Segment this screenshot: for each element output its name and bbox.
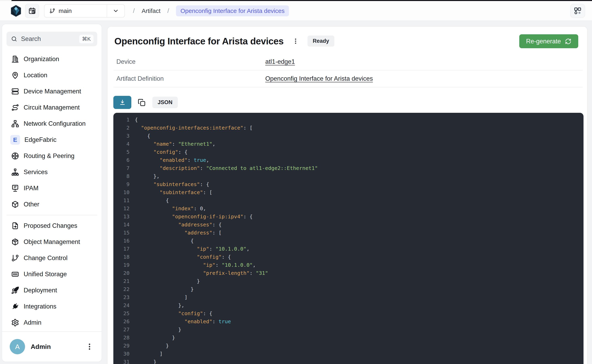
device-link[interactable]: atl1-edge1 <box>265 58 295 65</box>
artifact-definition-link[interactable]: Openconfig Interface for Arista devices <box>265 75 373 82</box>
sidebar-item-label: Unified Storage <box>24 271 67 278</box>
copy-button[interactable] <box>137 98 146 107</box>
line-number: 5 <box>113 148 129 156</box>
workflow-apps-button[interactable] <box>570 4 585 18</box>
sidebar-item-change-control[interactable]: Change Control <box>2 250 102 266</box>
sidebar-item-integrations[interactable]: Integrations <box>2 299 102 315</box>
sidebar-item-circuit-management[interactable]: Circuit Management <box>2 99 102 116</box>
logo-icon <box>11 5 21 17</box>
hierarchy-icon <box>11 168 19 176</box>
sidebar-divider <box>7 215 97 215</box>
sidebar-item-label: Circuit Management <box>24 104 80 111</box>
app-window: main / Artifact / Openconfig Interface f… <box>0 0 592 364</box>
code-line: 13 "openconfig-if-ip:ipv4": { <box>113 213 584 221</box>
line-number: 18 <box>113 253 129 261</box>
calendar-button[interactable] <box>25 4 39 18</box>
sidebar-item-label: Routing & Peering <box>24 152 74 160</box>
line-number: 29 <box>113 342 129 350</box>
building-icon <box>11 55 19 63</box>
code-line: 28 } <box>113 333 584 342</box>
line-number: 11 <box>113 196 129 204</box>
sidebar-item-location[interactable]: Location <box>2 67 102 83</box>
sidebar-item-label: IPAM <box>24 185 39 192</box>
sidebar-item-network-configuration[interactable]: Network Configuration <box>2 116 102 132</box>
sidebar-item-label: EdgeFabric <box>24 136 57 143</box>
code-line: 10 "subinterface": [ <box>113 188 584 196</box>
code-line: 14 "addresses": { <box>113 221 584 229</box>
format-badge: JSON <box>152 97 178 108</box>
sidebar-item-label: Organization <box>24 55 59 63</box>
branch-name: main <box>59 7 72 14</box>
code-line: 24 }, <box>113 301 584 309</box>
line-number: 10 <box>113 188 129 196</box>
line-number: 4 <box>113 140 129 148</box>
calendar-clock-icon <box>28 7 36 15</box>
line-number: 19 <box>113 261 129 269</box>
code-block[interactable]: 1{2 "openconfig-interfaces:interface": [… <box>113 113 584 364</box>
search-shortcut: ⌘K <box>79 35 94 43</box>
network-icon <box>11 120 19 128</box>
sidebar-item-routing-peering[interactable]: Routing & Peering <box>2 148 102 164</box>
search-input[interactable]: Search ⌘K <box>7 32 97 46</box>
router-icon <box>11 152 19 160</box>
sidebar-item-label: Proposed Changes <box>24 222 77 229</box>
app-logo[interactable] <box>11 5 21 17</box>
user-kebab-icon[interactable] <box>86 342 94 351</box>
line-number: 26 <box>113 317 129 325</box>
sidebar-item-ipam[interactable]: IPIPAM <box>2 180 102 196</box>
line-number: 21 <box>113 277 129 285</box>
sidebar-item-services[interactable]: Services <box>2 164 102 180</box>
code-line: 31 } <box>113 358 584 364</box>
code-line: 18 "config": { <box>113 253 584 261</box>
svg-text:IP: IP <box>14 185 16 189</box>
branch-selector[interactable]: main <box>44 4 125 18</box>
breadcrumb-parent[interactable]: Artifact <box>142 7 161 14</box>
sidebar-item-other[interactable]: Other <box>2 196 102 213</box>
code-line: 27 } <box>113 325 584 333</box>
title-kebab-icon[interactable] <box>292 37 299 45</box>
fields-table: Device atl1-edge1 Artifact Definition Op… <box>114 53 583 87</box>
user-menu[interactable]: A Admin <box>2 331 102 362</box>
sidebar-item-label: Change Control <box>24 254 67 262</box>
branch-selector-caret[interactable] <box>107 5 124 17</box>
regenerate-button[interactable]: Re-generate <box>519 34 578 48</box>
sidebar-item-label: Location <box>24 72 47 79</box>
line-number: 12 <box>113 204 129 213</box>
sidebar-item-edgefabric[interactable]: EEdgeFabric <box>2 132 102 148</box>
line-number: 25 <box>113 309 129 317</box>
line-number: 31 <box>113 358 129 364</box>
download-button[interactable] <box>113 96 131 109</box>
sidebar-item-object-management[interactable]: Object Management <box>2 234 102 250</box>
sidebar-item-deployment[interactable]: Deployment <box>2 282 102 299</box>
main-panel: Openconfig Interface for Arista devices … <box>107 26 588 364</box>
sidebar-item-label: Admin <box>24 319 41 326</box>
ipam-icon: IP <box>11 184 19 192</box>
sidebar-item-admin[interactable]: Admin <box>2 315 102 331</box>
sidebar-item-unified-storage[interactable]: Unified Storage <box>2 266 102 282</box>
plug-icon <box>11 302 19 311</box>
field-label: Device <box>114 58 265 65</box>
line-number: 28 <box>113 333 129 342</box>
field-row-device: Device atl1-edge1 <box>114 53 583 71</box>
code-line: 4 "name": "Ethernet1", <box>113 140 584 148</box>
server-icon <box>11 87 19 95</box>
branch-selector-value: main <box>44 5 107 17</box>
sidebar-item-proposed-changes[interactable]: Proposed Changes <box>2 218 102 234</box>
line-number: 1 <box>113 116 129 124</box>
code-line: 15 "address": [ <box>113 229 584 237</box>
field-label: Artifact Definition <box>114 75 265 82</box>
sidebar-item-label: Other <box>24 201 39 208</box>
file-change-icon <box>11 222 19 230</box>
line-number: 20 <box>113 269 129 277</box>
sidebar-item-organization[interactable]: Organization <box>2 51 102 67</box>
code-line: 17 "ip": "10.1.0.0", <box>113 245 584 253</box>
breadcrumb-current[interactable]: Openconfig Interface for Arista devices <box>176 6 289 16</box>
line-number: 6 <box>113 156 129 164</box>
line-number: 16 <box>113 237 129 245</box>
download-icon <box>119 99 126 106</box>
git-branch-icon <box>11 254 19 262</box>
sidebar-item-device-management[interactable]: Device Management <box>2 83 102 99</box>
topbar: main / Artifact / Openconfig Interface f… <box>0 1 592 21</box>
line-number: 27 <box>113 325 129 333</box>
field-row-artifact-definition: Artifact Definition Openconfig Interface… <box>114 71 583 87</box>
